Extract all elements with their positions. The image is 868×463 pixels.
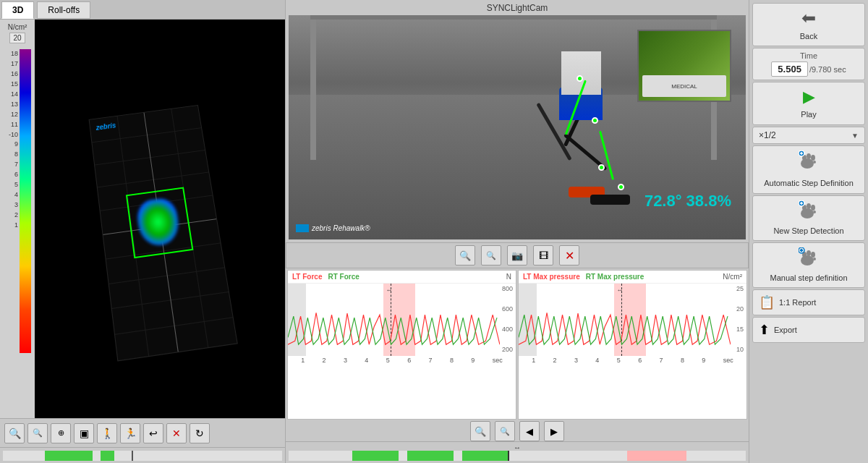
chart-zoom-in[interactable]: 🔍 bbox=[470, 421, 490, 441]
scale-10: -10 bbox=[9, 130, 18, 140]
scale-6: 6 bbox=[14, 170, 18, 180]
px-4: 4 bbox=[595, 357, 599, 364]
right-panel: ⬅ Back Time 5.505 /9.780 sec ▶ Play ×1/2… bbox=[749, 0, 868, 463]
pressure-unit: N/cm² bbox=[723, 273, 742, 281]
bottom-toolbar: 🔍 🔍 ⊕ ▣ 🚶 🏃 ↩ ✕ ↻ bbox=[0, 418, 285, 447]
skeleton-dot-knee bbox=[592, 117, 598, 124]
scale-5: 5 bbox=[14, 180, 18, 190]
export-button[interactable]: ⬆ Export bbox=[752, 317, 865, 343]
manual-step-definition-button[interactable]: Manual step definition bbox=[752, 242, 865, 288]
report-button[interactable]: 📋 1:1 Report bbox=[752, 289, 865, 315]
skeleton-dot-hip bbox=[576, 75, 583, 82]
svg-point-4 bbox=[813, 161, 816, 163]
walk-button[interactable]: 🏃 bbox=[120, 423, 140, 443]
cam-delete[interactable]: ✕ bbox=[559, 245, 579, 266]
middle-panel: SYNCLightCam bbox=[286, 0, 749, 463]
scale-1: 1 bbox=[14, 221, 18, 231]
chart-zoom-out[interactable]: 🔍 bbox=[495, 421, 515, 441]
back-button[interactable]: ⬅ Back bbox=[752, 3, 865, 46]
px-sec: sec bbox=[723, 357, 733, 364]
camera-section: SYNCLightCam bbox=[286, 0, 749, 242]
new-step-label: New Step Detection bbox=[773, 226, 843, 236]
x-1: 1 bbox=[301, 357, 305, 364]
y-600: 600 bbox=[502, 305, 513, 313]
y-200: 200 bbox=[502, 346, 513, 353]
pressure-x-axis: 1 2 3 4 5 6 7 8 9 sec bbox=[519, 356, 746, 365]
time-current: 5.505 bbox=[771, 61, 808, 77]
tl-green-3 bbox=[462, 451, 508, 461]
left-panel: 3D Roll-offs N/cm² 20 18 17 16 15 14 bbox=[0, 0, 286, 463]
scale-12: 12 bbox=[11, 110, 18, 120]
cam-zoom-in[interactable]: 🔍 bbox=[455, 245, 475, 266]
y-400: 400 bbox=[502, 326, 513, 333]
px-7: 7 bbox=[660, 357, 663, 364]
scale-3: 3 bbox=[14, 200, 18, 211]
frame-top bbox=[310, 15, 717, 20]
box-button[interactable]: ▣ bbox=[74, 423, 94, 443]
selection-box bbox=[126, 187, 194, 258]
figure-button[interactable]: 🚶 bbox=[97, 423, 117, 443]
cam-snapshot[interactable]: 📷 bbox=[507, 245, 527, 266]
frame-left bbox=[310, 15, 316, 160]
x-8: 8 bbox=[450, 357, 454, 364]
tl-green-2 bbox=[407, 451, 453, 461]
camera-title: SYNCLightCam bbox=[289, 3, 746, 13]
tab-3d[interactable]: 3D bbox=[1, 1, 34, 19]
pressure-chart-body: 25 20 15 10 ↔ bbox=[519, 284, 746, 356]
zoom-out-button[interactable]: 🔍 bbox=[27, 423, 48, 443]
watermark-text: zebris Rehawalk® bbox=[312, 224, 370, 232]
back-icon: ⬅ bbox=[801, 8, 816, 28]
y-800: 800 bbox=[502, 285, 513, 292]
scale-13: 13 bbox=[11, 100, 18, 110]
force-unit: N bbox=[506, 273, 511, 281]
back-label: Back bbox=[800, 31, 817, 41]
automatic-step-definition-button[interactable]: Automatic Step Definition bbox=[752, 145, 865, 193]
zebris-logo-mark bbox=[296, 224, 309, 232]
svg-point-2 bbox=[807, 153, 811, 159]
chart-bottom-toolbar: 🔍 🔍 ◀ ▶ bbox=[286, 421, 749, 441]
zebris-brand-3d: zebris bbox=[95, 122, 116, 132]
new-step-detection-button[interactable]: New Step Detection bbox=[752, 195, 865, 241]
x-sec: sec bbox=[493, 357, 503, 364]
scale-16: 16 bbox=[11, 69, 18, 80]
speed-value: ×1/2 bbox=[759, 130, 776, 140]
force-chart: LT Force RT Force N 800 600 400 200 bbox=[287, 270, 516, 420]
svg-point-3 bbox=[811, 155, 815, 161]
angle-display: 72.8° 38.8% bbox=[644, 192, 731, 211]
delete-button[interactable]: ✕ bbox=[166, 423, 187, 443]
x-9: 9 bbox=[471, 357, 475, 364]
time-value-row: 5.505 /9.780 sec bbox=[771, 60, 846, 77]
3d-view-area: N/cm² 20 18 17 16 15 14 13 12 11 -10 bbox=[0, 20, 285, 418]
cam-zoom-out[interactable]: 🔍 bbox=[481, 245, 501, 266]
walk-back-button[interactable]: ↩ bbox=[143, 423, 163, 443]
tl-green-1 bbox=[352, 451, 398, 461]
tab-rolloffs[interactable]: Roll-offs bbox=[37, 1, 90, 19]
new-step-icon bbox=[799, 200, 819, 223]
scale-18: 18 bbox=[11, 49, 18, 59]
report-label: 1:1 Report bbox=[779, 298, 816, 307]
scale-15: 15 bbox=[11, 80, 18, 90]
timeline-center-marker: ↔ bbox=[514, 443, 521, 451]
px-2: 2 bbox=[553, 357, 557, 364]
cam-film[interactable]: 🎞 bbox=[533, 245, 553, 266]
py-25: 25 bbox=[736, 285, 744, 292]
scale-4: 4 bbox=[14, 190, 18, 200]
speed-select[interactable]: ×1/2 ▼ bbox=[752, 127, 865, 144]
chart-next[interactable]: ▶ bbox=[544, 421, 564, 441]
play-button[interactable]: ▶ Play bbox=[752, 82, 865, 125]
time-label: Time bbox=[800, 51, 817, 60]
chart-prev[interactable]: ◀ bbox=[519, 421, 540, 441]
px-9: 9 bbox=[702, 357, 705, 364]
px-8: 8 bbox=[681, 357, 684, 364]
manual-step-icon bbox=[799, 247, 819, 270]
x-3: 3 bbox=[344, 357, 347, 364]
px-5: 5 bbox=[617, 357, 621, 364]
zoom-in-button[interactable]: 🔍 bbox=[4, 423, 25, 443]
force-y-axis: 800 600 400 200 bbox=[502, 285, 513, 353]
tl-position-marker bbox=[508, 451, 509, 461]
rotate-button[interactable]: ↻ bbox=[190, 423, 210, 443]
lt-force-label: LT Force bbox=[292, 273, 322, 281]
zoom-area-button[interactable]: ⊕ bbox=[51, 423, 71, 443]
x-7: 7 bbox=[429, 357, 433, 364]
scale-2: 2 bbox=[14, 211, 18, 221]
